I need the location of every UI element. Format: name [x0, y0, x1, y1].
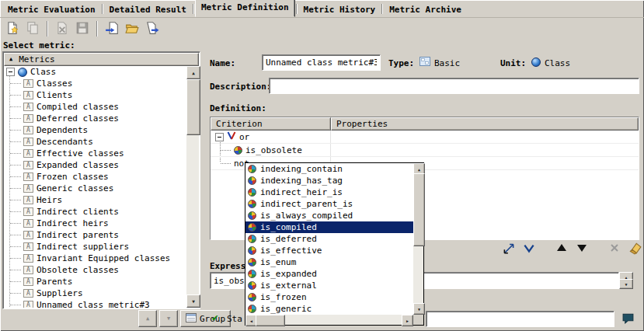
- dropdown-item-selected[interactable]: is_compiled: [245, 221, 413, 233]
- tab-detailed-result[interactable]: Detailed Result: [104, 3, 192, 17]
- tree-item-label: Dependents: [37, 125, 88, 135]
- tree-item[interactable]: ASuppliers: [5, 287, 186, 299]
- move-metric-down-button[interactable]: ▼: [159, 310, 178, 327]
- operator-button[interactable]: [521, 242, 537, 256]
- scrollbar-thumb[interactable]: [256, 315, 285, 326]
- dropdown-item-label: is_generic: [260, 304, 312, 314]
- criterion-row-is-obsolete[interactable]: is_obsolete: [211, 144, 639, 157]
- tree-scrollbar[interactable]: ▲ ▼: [186, 66, 199, 308]
- dropdown-item[interactable]: is_generic: [245, 303, 413, 315]
- scrollbar-corner: [413, 315, 423, 325]
- tree-item-label: Indirect parents: [37, 230, 119, 240]
- tab-metric-archive[interactable]: Metric Archive: [384, 3, 467, 17]
- tree-item[interactable]: AHeirs: [5, 194, 186, 206]
- import-metrics-button[interactable]: [103, 19, 121, 38]
- dropdown-item[interactable]: is_deferred: [245, 233, 413, 245]
- dropdown-horizontal-scrollbar[interactable]: ◀ ▶: [245, 315, 413, 325]
- group-toggle-button[interactable]: Group: [180, 310, 231, 327]
- dropdown-item[interactable]: is_always_compiled: [245, 210, 413, 221]
- tree-item[interactable]: AParents: [5, 276, 186, 287]
- metric-icon: A: [23, 172, 33, 181]
- tree-item[interactable]: AIndirect parents: [5, 229, 186, 241]
- tree-item[interactable]: AExpanded classes: [5, 159, 186, 171]
- tree-item[interactable]: AClients: [5, 89, 186, 101]
- comment-bubble-icon: [621, 312, 635, 327]
- metric-icon: A: [23, 184, 33, 193]
- move-metric-up-button[interactable]: ▲: [138, 310, 157, 327]
- scroll-down-icon[interactable]: ▼: [619, 279, 633, 289]
- new-metric-button[interactable]: [3, 19, 22, 38]
- tab-metric-definition[interactable]: Metric Definition: [195, 0, 295, 17]
- move-criterion-down-button[interactable]: [574, 242, 590, 256]
- scrollbar-thumb[interactable]: [186, 79, 200, 135]
- metric-icon: A: [23, 219, 33, 228]
- properties-column-header[interactable]: Properties: [331, 117, 639, 131]
- criterion-row-label: or: [239, 132, 249, 142]
- tree-item[interactable]: ACompiled classes: [5, 101, 186, 113]
- new-metric-icon: [5, 21, 19, 37]
- delete-metric-button[interactable]: [53, 19, 71, 38]
- tree-item[interactable]: ADescendants: [5, 136, 186, 148]
- dropdown-item[interactable]: is_expanded: [245, 268, 413, 280]
- tree-item[interactable]: ADependents: [5, 124, 186, 136]
- dropdown-item[interactable]: is_enum: [245, 256, 413, 268]
- dropdown-item[interactable]: is_effective: [245, 245, 413, 256]
- dropdown-item[interactable]: indexing_contain: [245, 163, 413, 175]
- dropdown-item[interactable]: indexing_has_tag: [245, 175, 413, 186]
- status-message-input[interactable]: [426, 311, 614, 327]
- tree-item[interactable]: AIndirect clients: [5, 206, 186, 218]
- tab-metric-history[interactable]: Metric History: [298, 3, 381, 17]
- metric-icon: A: [23, 126, 33, 134]
- criterion-column-header[interactable]: Criterion: [211, 117, 331, 131]
- remove-criterion-button[interactable]: [607, 242, 622, 256]
- comment-button[interactable]: [618, 311, 637, 327]
- save-metric-button[interactable]: [73, 19, 92, 38]
- dropdown-list: indexing_contain indexing_has_tag indire…: [245, 163, 413, 315]
- clear-definition-button[interactable]: [627, 242, 642, 256]
- move-criterion-up-button[interactable]: [554, 242, 569, 256]
- collapse-toggle-icon[interactable]: [6, 68, 15, 76]
- description-input[interactable]: [269, 78, 639, 94]
- dropdown-item-label: is_compiled: [260, 222, 317, 232]
- metrics-header-label: Metrics: [19, 54, 54, 64]
- scroll-down-icon[interactable]: ▼: [413, 303, 425, 315]
- tree-item-class[interactable]: Class: [5, 66, 186, 78]
- dropdown-item[interactable]: is_external: [245, 280, 413, 291]
- dropdown-item[interactable]: indirect_heir_is: [245, 186, 413, 198]
- scrollbar-thumb[interactable]: [413, 173, 425, 246]
- metrics-column-header[interactable]: ▲ Metrics: [4, 53, 199, 66]
- tree-item[interactable]: AInvariant Equipped classes: [5, 253, 186, 264]
- tree-item[interactable]: AObsolete classes: [5, 264, 186, 276]
- tree-item[interactable]: ADeferred classes: [5, 113, 186, 124]
- criterion-row-or[interactable]: or: [211, 131, 639, 144]
- name-input[interactable]: [262, 54, 381, 71]
- tree-item[interactable]: AFrozen classes: [5, 171, 186, 183]
- tree-item[interactable]: AIndirect heirs: [5, 218, 186, 229]
- open-metrics-button[interactable]: [123, 19, 141, 38]
- remove-icon: [608, 242, 621, 256]
- unit-value: Class: [545, 58, 570, 68]
- dropdown-item[interactable]: is_frozen: [245, 291, 413, 303]
- criterion-icon: [248, 165, 256, 173]
- tree-item[interactable]: AGeneric classes: [5, 183, 186, 194]
- tree-item-label: Indirect clients: [37, 207, 119, 217]
- dropdown-item-label: is_frozen: [260, 292, 307, 302]
- description-label: Description:: [210, 82, 271, 92]
- tab-metric-evaluation[interactable]: Metric Evaluation: [2, 3, 101, 17]
- metrics-tree: Class AClasses AClients ACompiled classe…: [5, 66, 186, 308]
- dropdown-item[interactable]: indirect_parent_is: [245, 198, 413, 210]
- tree-item-label: Indirect suppliers: [37, 242, 129, 252]
- export-icon: [145, 21, 159, 37]
- dropdown-vertical-scrollbar[interactable]: ▲ ▼: [413, 163, 423, 315]
- tree-item[interactable]: AIndirect suppliers: [5, 241, 186, 253]
- tree-item[interactable]: AUnnamed class metric#3: [5, 299, 186, 308]
- collapse-toggle-icon[interactable]: [215, 133, 224, 141]
- copy-metric-button[interactable]: [23, 19, 42, 38]
- tree-item[interactable]: AClasses: [5, 78, 186, 89]
- scroll-up-icon[interactable]: ▲: [186, 66, 200, 79]
- export-metrics-button[interactable]: [143, 19, 162, 38]
- tree-item[interactable]: AEffective classes: [5, 148, 186, 159]
- scroll-right-icon[interactable]: ▶: [402, 315, 413, 326]
- scroll-down-icon[interactable]: ▼: [186, 294, 200, 308]
- exchange-criteria-button[interactable]: [501, 242, 517, 256]
